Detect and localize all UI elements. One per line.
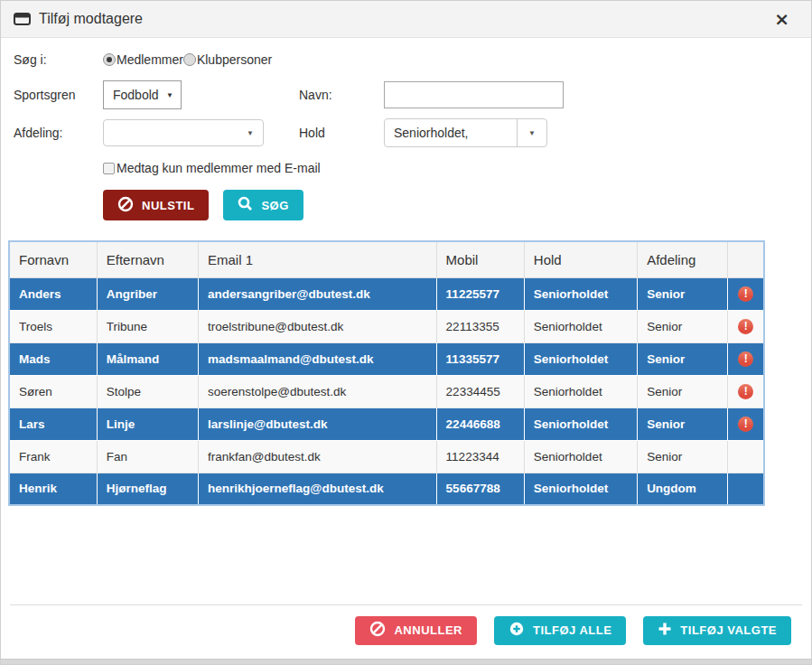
annuller-button-label: ANNULLER [394,623,462,637]
hold-dropdown-button[interactable]: ▼ [517,119,546,146]
table-row[interactable]: Mads Målmand madsmaalmand@dbutest.dk 113… [9,342,764,375]
radio-medlemmer[interactable] [103,53,116,66]
navn-input[interactable] [384,81,564,108]
plus-circle-icon [509,621,525,640]
cell-afdeling: Senior [638,310,728,342]
cell-afdeling: Senior [638,440,728,473]
cell-hold: Seniorholdet [524,473,637,505]
tilfoj-alle-button[interactable]: TILFØJ ALLE [494,616,626,645]
column-header-fornavn: Fornavn [9,241,97,277]
cell-mobil: 11223344 [436,440,524,473]
cell-fornavn: Anders [9,277,97,310]
cell-afdeling: Senior [638,277,728,310]
table-row[interactable]: Søren Stolpe soerenstolpe@dbutest.dk 223… [9,375,764,407]
column-header-mobil: Mobil [436,241,524,277]
cell-efternavn: Linje [97,407,198,440]
chevron-down-icon: ▼ [528,129,536,137]
cell-fornavn: Mads [9,342,97,375]
cell-fornavn: Troels [9,310,97,342]
cell-mobil: 11335577 [436,342,524,375]
add-recipients-dialog: Tilføj modtagere × Søg i: Medlemmer Klub… [0,0,812,665]
radio-medlemmer-label[interactable]: Medlemmer [117,52,183,67]
cell-email: larslinje@dbutest.dk [198,407,436,440]
cell-hold: Seniorholdet [524,277,637,310]
dialog-title: Tilføj modtagere [39,11,143,27]
table-row[interactable]: Frank Fan frankfan@dbutest.dk 11223344 S… [9,440,764,473]
search-in-label: Søg i: [14,52,103,67]
cell-efternavn: Tribune [97,310,198,342]
chevron-down-icon: ▼ [166,91,173,99]
table-row[interactable]: Anders Angriber andersangriber@dbutest.d… [9,277,764,310]
column-header-efternavn: Efternavn [97,241,198,277]
cell-afdeling: Senior [638,342,728,375]
cell-warning: ! [728,277,764,310]
cell-hold: Seniorholdet [524,342,637,375]
dialog-footer: ANNULLER TILFØJ ALLE TILFØJ VALGTE [10,604,802,659]
tilfoj-valgte-button-label: TILFØJ VALGTE [680,623,777,637]
hold-label: Hold [299,126,384,140]
cell-fornavn: Henrik [9,473,97,505]
window-icon [14,13,31,25]
cell-mobil: 22334455 [436,375,524,407]
nulstil-button-label: NULSTIL [142,199,194,212]
cell-mobil: 11225577 [436,277,524,310]
cell-email: frankfan@dbutest.dk [198,440,436,473]
cell-warning: ! [728,407,764,440]
warning-icon: ! [738,417,753,432]
cell-fornavn: Søren [9,375,97,407]
table-header: Fornavn Efternavn Email 1 Mobil Hold Afd… [9,241,764,277]
column-header-hold: Hold [524,241,637,277]
dialog-header: Tilføj modtagere × [1,1,811,38]
hold-select[interactable]: Seniorholdet, ▼ [384,118,547,147]
close-icon[interactable]: × [765,8,798,30]
sportsgren-value: Fodbold [113,88,159,102]
warning-icon: ! [738,384,753,399]
plus-icon [658,622,672,639]
search-in-row: Søg i: Medlemmer Klubpersoner [14,51,798,69]
cell-efternavn: Fan [97,440,198,473]
radio-klubpersoner[interactable] [183,53,196,66]
tilfoj-alle-button-label: TILFØJ ALLE [533,623,611,637]
cell-email: andersangriber@dbutest.dk [198,277,436,310]
table-row[interactable]: Troels Tribune troelstribune@dbutest.dk … [9,310,764,342]
dialog-body: Søg i: Medlemmer Klubpersoner Sportsgren… [1,38,811,604]
cell-hold: Seniorholdet [524,407,637,440]
cell-warning: ! [728,310,764,342]
cell-fornavn: Frank [9,440,97,473]
column-header-afdeling: Afdeling [638,241,728,277]
tilfoj-valgte-button[interactable]: TILFØJ VALGTE [643,616,791,645]
column-header-warning [728,241,764,277]
warning-icon: ! [738,351,753,367]
email-only-checkbox[interactable] [103,163,115,174]
department-team-row: Afdeling: ▼ Hold Seniorholdet, ▼ [14,118,798,147]
nulstil-button[interactable]: NULSTIL [103,190,209,220]
table-body: Anders Angriber andersangriber@dbutest.d… [9,277,764,505]
radio-klubpersoner-label[interactable]: Klubpersoner [197,52,272,67]
search-actions-row: NULSTIL SØG [14,190,798,220]
cell-mobil: 55667788 [436,473,524,505]
email-only-label[interactable]: Medtag kun medlemmer med E-mail [117,161,321,175]
search-in-radio-group: Medlemmer Klubpersoner [103,52,272,67]
cell-email: henrikhjoerneflag@dbutest.dk [198,473,436,505]
cell-fornavn: Lars [9,407,97,440]
cell-mobil: 22113355 [436,310,524,342]
cell-efternavn: Angriber [97,277,198,310]
cell-efternavn: Stolpe [97,375,198,407]
sog-button[interactable]: SØG [223,190,303,220]
cell-efternavn: Målmand [97,342,198,375]
cell-afdeling: Senior [638,375,728,407]
cell-afdeling: Senior [638,407,728,440]
table-row[interactable]: Lars Linje larslinje@dbutest.dk 22446688… [9,407,764,440]
table-row[interactable]: Henrik Hjørneflag henrikhjoerneflag@dbut… [9,473,764,505]
cell-mobil: 22446688 [436,407,524,440]
cell-hold: Seniorholdet [524,440,637,473]
warning-icon: ! [738,286,753,302]
cell-hold: Seniorholdet [524,375,637,407]
sportsgren-select[interactable]: Fodbold ▼ [103,80,182,109]
cell-warning: ! [728,342,764,375]
warning-icon: ! [738,319,753,334]
sport-name-row: Sportsgren Fodbold ▼ Navn: [14,80,798,109]
annuller-button[interactable]: ANNULLER [355,616,477,645]
afdeling-select[interactable]: ▼ [103,119,264,146]
cell-efternavn: Hjørneflag [97,473,198,505]
